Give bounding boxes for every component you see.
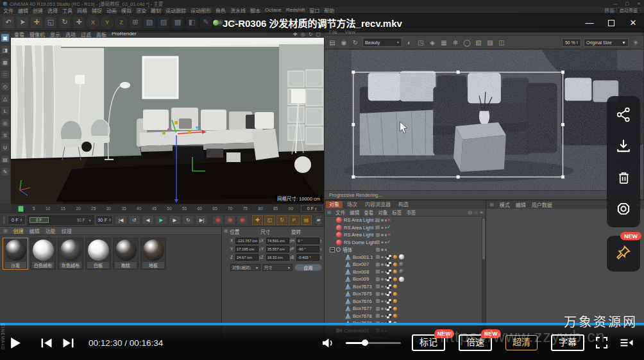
- material-item[interactable]: 白色绒布: [30, 238, 56, 270]
- trash-icon[interactable]: [611, 165, 636, 190]
- frame-start-spinner[interactable]: 0 F▴▾: [8, 215, 25, 225]
- coords-menu-icon[interactable]: ⊞: [224, 228, 230, 235]
- visibility-toggles[interactable]: [376, 225, 387, 229]
- position-field[interactable]: 17.195 cm: [235, 246, 258, 252]
- attr-tab-userdata[interactable]: 用户数据: [532, 201, 552, 208]
- axis-mode-icon[interactable]: L: [1, 106, 10, 115]
- slider-dropdown-icon[interactable]: ▼: [89, 218, 92, 222]
- object-row[interactable]: Box7675: [325, 290, 486, 298]
- mouse-modes-icon[interactable]: ◎: [1, 119, 10, 127]
- volume-handle[interactable]: [362, 340, 368, 346]
- go-end-button[interactable]: ▶|: [196, 215, 208, 225]
- prev-key-button[interactable]: ↺: [128, 215, 140, 225]
- crop-icon[interactable]: ◳: [416, 39, 425, 46]
- object-row[interactable]: Box7677: [325, 305, 486, 313]
- object-row[interactable]: RS Area Light: [325, 231, 486, 239]
- material-item[interactable]: 地板: [140, 238, 166, 270]
- record-scale-toggle[interactable]: ◱: [264, 215, 275, 225]
- material-item[interactable]: 沙发: [3, 238, 28, 270]
- current-frame-spinner[interactable]: 0 F ▴▾: [301, 205, 323, 212]
- prev-frame-button[interactable]: ◀: [142, 215, 154, 225]
- snapshot-a-icon[interactable]: ▧: [474, 39, 483, 46]
- save-image-icon[interactable]: ▤: [328, 39, 337, 46]
- texture-mode-icon[interactable]: ◨: [1, 45, 10, 54]
- timeline-playhead[interactable]: [18, 206, 24, 212]
- material-menu-item[interactable]: 功能: [46, 227, 56, 234]
- object-menu-item[interactable]: 文件: [335, 209, 345, 216]
- position-field[interactable]: 24.67 cm: [235, 254, 258, 261]
- mark-button[interactable]: 标记 NEW: [412, 334, 445, 351]
- visibility-toggles[interactable]: [376, 240, 387, 244]
- edges-mode-icon[interactable]: ◇: [1, 82, 10, 91]
- visibility-toggles[interactable]: [376, 218, 387, 222]
- filter-icon[interactable]: ≡: [480, 209, 483, 215]
- palette-grip[interactable]: ║: [2, 217, 6, 223]
- panel-menu-icon[interactable]: ⊞: [489, 202, 494, 208]
- viewport-scene[interactable]: [11, 38, 324, 204]
- go-start-button[interactable]: |◀: [115, 215, 127, 225]
- object-row[interactable]: RS Area Light 2: [325, 217, 486, 224]
- expand-toggle[interactable]: [339, 313, 344, 318]
- compare-icon[interactable]: ◫: [497, 39, 506, 46]
- home-icon[interactable]: ⌂: [475, 209, 478, 215]
- object-menu-item[interactable]: 查看: [364, 209, 373, 216]
- timeline-ruler[interactable]: 051015202530354045505560657075808590 0 F…: [11, 204, 324, 213]
- attr-tab-mode[interactable]: 模式: [500, 201, 510, 208]
- next-button[interactable]: [63, 338, 74, 348]
- visibility-toggles[interactable]: [376, 314, 387, 318]
- rotation-field[interactable]: 0 °: [296, 238, 319, 244]
- playlist-icon[interactable]: [619, 337, 634, 348]
- c4d-close-icon[interactable]: ✕: [637, 1, 641, 6]
- visibility-toggles[interactable]: [376, 270, 387, 274]
- object-row[interactable]: Box7673: [325, 283, 486, 291]
- autokey-button[interactable]: ◉: [225, 215, 235, 225]
- keyframe-selection-button[interactable]: ◉: [237, 215, 248, 225]
- fullscreen-icon[interactable]: [595, 336, 608, 349]
- visibility-toggles[interactable]: [376, 263, 387, 266]
- expand-toggle[interactable]: [339, 277, 344, 282]
- region-icon[interactable]: ◯: [462, 39, 471, 46]
- search-icon[interactable]: ◎: [468, 209, 473, 215]
- record-rotation-toggle[interactable]: ↻: [276, 215, 287, 225]
- object-manager-tab[interactable]: 内容浏览器: [362, 201, 394, 208]
- material-menu-item[interactable]: 编辑: [30, 227, 40, 234]
- material-item[interactable]: 抱枕: [113, 238, 139, 270]
- object-manager-tab[interactable]: 构造: [395, 201, 412, 208]
- play-button[interactable]: ▶: [155, 215, 167, 225]
- visibility-toggles[interactable]: [376, 255, 387, 259]
- c4d-maximize-icon[interactable]: ▢: [625, 1, 630, 6]
- size-field[interactable]: 74.591 cm: [266, 238, 289, 244]
- panel-menu-icon[interactable]: ⊞: [3, 228, 8, 234]
- expand-toggle[interactable]: [330, 240, 335, 245]
- polygons-mode-icon[interactable]: △: [1, 94, 10, 103]
- render-settings-gear-icon[interactable]: ✳: [631, 39, 640, 46]
- paint-icon[interactable]: ✎: [1, 167, 10, 176]
- next-key-button[interactable]: ↻: [182, 215, 194, 225]
- record-position-toggle[interactable]: ✚: [252, 215, 263, 225]
- snapshot-icon[interactable]: ◉: [339, 39, 348, 46]
- frame-end-spinner[interactable]: 90 F▴▾: [96, 215, 113, 225]
- visibility-toggles[interactable]: [376, 248, 387, 252]
- material-item[interactable]: 灰色绒布: [58, 238, 83, 270]
- object-row[interactable]: Box007: [325, 261, 486, 268]
- visibility-toggles[interactable]: [376, 307, 387, 311]
- record-icon[interactable]: [611, 197, 636, 221]
- object-row[interactable]: 墙体: [325, 246, 486, 254]
- object-menu-item[interactable]: 对象: [378, 209, 387, 216]
- points-mode-icon[interactable]: ∷: [1, 70, 10, 79]
- magnet-icon[interactable]: U: [1, 143, 10, 152]
- subtitle-button[interactable]: 字幕: [551, 334, 584, 351]
- object-row[interactable]: Box7678: [325, 313, 486, 320]
- expand-toggle[interactable]: [330, 233, 335, 238]
- object-row[interactable]: Box008: [325, 268, 486, 276]
- expand-toggle[interactable]: [330, 218, 335, 223]
- lock-icon[interactable]: ◈: [428, 39, 437, 46]
- expand-toggle[interactable]: [339, 299, 344, 304]
- close-button[interactable]: ✕: [622, 14, 644, 32]
- workplane-icon[interactable]: ▦: [1, 58, 10, 67]
- material-menu-item[interactable]: 纹理: [62, 227, 72, 234]
- position-field[interactable]: -121.767 cm: [235, 238, 258, 244]
- record-parameter-toggle[interactable]: P: [289, 215, 300, 225]
- c4d-minimize-icon[interactable]: —: [613, 1, 618, 6]
- speed-button[interactable]: 倍速 NEW: [459, 334, 492, 351]
